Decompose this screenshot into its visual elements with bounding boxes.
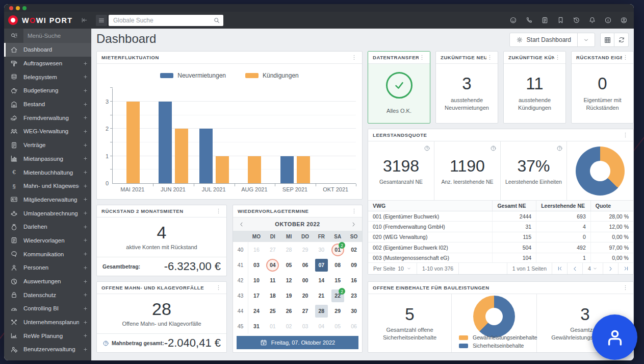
table-row[interactable]: 020 (WEG Verwaltung)11500,00 % bbox=[368, 232, 633, 242]
start-dashboard-button[interactable]: Start Dashboard bbox=[510, 33, 577, 46]
calendar-day[interactable]: 21 bbox=[313, 288, 329, 303]
calendar-day[interactable]: 012 bbox=[329, 242, 346, 257]
expand-plus-icon[interactable] bbox=[79, 224, 91, 230]
table-row[interactable]: 002 (Eigentümer Buchwerk I02)50449297,00… bbox=[368, 242, 633, 253]
notes-icon[interactable] bbox=[541, 16, 549, 24]
sidebar-item-benutzerverwaltung[interactable]: Benutzerverwaltung bbox=[4, 343, 91, 356]
sidebar-item-mahn-und-klagewesen[interactable]: §Mahn- und Klagewesen bbox=[4, 179, 91, 193]
bar[interactable] bbox=[280, 156, 294, 183]
expand-plus-icon[interactable] bbox=[79, 155, 91, 162]
expand-plus-icon[interactable] bbox=[79, 332, 91, 339]
calendar-day[interactable]: 23 bbox=[346, 288, 362, 303]
help-icon[interactable] bbox=[102, 340, 109, 347]
help-icon[interactable] bbox=[556, 144, 563, 154]
account-icon[interactable] bbox=[620, 16, 628, 24]
smiley-icon[interactable] bbox=[509, 16, 517, 24]
expand-plus-icon[interactable] bbox=[79, 251, 91, 257]
expand-plus-icon[interactable] bbox=[79, 196, 91, 203]
calendar-day[interactable]: 28 bbox=[313, 303, 329, 319]
bar[interactable] bbox=[159, 102, 172, 183]
per-page-control[interactable]: Per Seite10 bbox=[368, 263, 417, 274]
expand-plus-icon[interactable] bbox=[79, 74, 91, 80]
calendar-day[interactable]: 01 bbox=[265, 319, 281, 334]
calendar-day[interactable]: 11 bbox=[265, 273, 281, 288]
calendar-day[interactable]: 31 bbox=[248, 319, 265, 334]
calendar-day[interactable]: 17 bbox=[248, 288, 265, 303]
calendar-day[interactable]: 29 bbox=[329, 303, 346, 319]
widget-menu-icon[interactable] bbox=[622, 54, 629, 61]
expand-plus-icon[interactable] bbox=[79, 128, 91, 135]
sidebar-item-mitgliederverwaltung[interactable]: Mitgliederverwaltung bbox=[4, 193, 91, 207]
calendar-day[interactable]: 08 bbox=[329, 257, 346, 273]
sidebar-item-fremdverwaltung[interactable]: Fremdverwaltung bbox=[4, 111, 91, 125]
sidebar-collapse-icon[interactable] bbox=[79, 15, 90, 26]
last-page-button[interactable] bbox=[618, 263, 633, 274]
sidebar-item-vertraege[interactable]: Verträge bbox=[4, 138, 91, 152]
next-month-button[interactable] bbox=[350, 221, 357, 228]
expand-plus-icon[interactable] bbox=[79, 319, 91, 326]
calendar-day[interactable]: 27 bbox=[265, 242, 281, 257]
sidebar-item-weg-verwaltung[interactable]: WEG-Verwaltung bbox=[4, 125, 91, 138]
expand-plus-icon[interactable] bbox=[79, 264, 91, 271]
expand-plus-icon[interactable] bbox=[79, 101, 91, 108]
calendar-day[interactable]: 26 bbox=[281, 303, 297, 319]
widget-menu-icon[interactable] bbox=[351, 208, 357, 214]
expand-plus-icon[interactable] bbox=[79, 169, 91, 176]
calendar-day[interactable]: 04 bbox=[313, 319, 329, 334]
widget-menu-icon[interactable] bbox=[215, 284, 222, 291]
calendar-day[interactable]: 30 bbox=[313, 242, 329, 257]
sidebar-item-rewe-planung[interactable]: ReWe Planung bbox=[4, 329, 91, 343]
calendar-day[interactable]: 03 bbox=[248, 257, 265, 273]
table-row[interactable]: 003 (Mustergenossenschaft eG)10410,00 % bbox=[368, 253, 633, 263]
calendar-day[interactable]: 30 bbox=[346, 303, 362, 319]
bookmark-icon[interactable] bbox=[557, 16, 564, 24]
calendar-day[interactable]: 222 bbox=[329, 288, 346, 303]
expand-plus-icon[interactable] bbox=[79, 305, 91, 312]
phone-icon[interactable] bbox=[525, 16, 533, 24]
calendar-day[interactable]: 03 bbox=[297, 319, 314, 334]
close-window-button[interactable] bbox=[9, 6, 13, 10]
history-icon[interactable] bbox=[573, 16, 580, 24]
bell-icon[interactable] bbox=[588, 16, 596, 24]
first-page-button[interactable] bbox=[552, 263, 567, 274]
previous-month-button[interactable] bbox=[238, 221, 245, 228]
help-icon[interactable] bbox=[424, 144, 430, 154]
sidebar-item-wiedervorlagen[interactable]: Wiedervorlagen bbox=[4, 234, 91, 248]
widget-menu-icon[interactable] bbox=[351, 54, 357, 61]
calendar-day[interactable]: 06 bbox=[346, 319, 362, 334]
calendar-day[interactable]: 00 bbox=[297, 273, 314, 288]
sidebar-item-kommunikation[interactable]: Kommunikation bbox=[4, 247, 91, 261]
expand-plus-icon[interactable] bbox=[79, 87, 91, 94]
sidebar-item-budgetierung[interactable]: Budgetierung bbox=[4, 84, 91, 98]
calendar-day[interactable]: 16 bbox=[248, 242, 265, 257]
next-page-button[interactable] bbox=[603, 263, 618, 274]
calendar-day[interactable]: 18 bbox=[265, 288, 281, 303]
calendar-day[interactable]: 24 bbox=[248, 303, 265, 319]
calendar-day[interactable]: 02 bbox=[281, 319, 297, 334]
calendar-day[interactable]: 25 bbox=[265, 303, 281, 319]
global-search-input[interactable] bbox=[109, 15, 223, 26]
calendar-day[interactable]: 28 bbox=[281, 242, 297, 257]
calendar-selected-date[interactable]: Freitag, 07. Oktober 2022 bbox=[237, 336, 358, 349]
expand-plus-icon[interactable] bbox=[79, 114, 91, 121]
widget-menu-icon[interactable] bbox=[419, 54, 425, 61]
calendar-day[interactable]: 15 bbox=[329, 273, 346, 288]
sidebar-item-belegsystem[interactable]: Belegsystem bbox=[4, 70, 91, 84]
bar[interactable] bbox=[248, 156, 261, 183]
minimize-window-button[interactable] bbox=[16, 6, 20, 10]
column-header[interactable]: Gesamt NE bbox=[493, 201, 536, 211]
calendar-day[interactable]: 14 bbox=[313, 273, 329, 288]
expand-plus-icon[interactable] bbox=[79, 278, 91, 285]
column-header[interactable]: Leerstehende NE bbox=[536, 201, 591, 211]
calendar-day[interactable]: 02 bbox=[346, 242, 362, 257]
sidebar-item-datenschutz[interactable]: Datenschutz bbox=[4, 288, 91, 302]
expand-plus-icon[interactable] bbox=[79, 237, 91, 244]
widget-menu-icon[interactable] bbox=[622, 284, 629, 291]
table-row[interactable]: 001 (Eigentümer Buchwerk)244469328,00 % bbox=[368, 211, 633, 222]
sidebar-item-mietenbuchhaltung[interactable]: €Mietenbuchhaltung bbox=[4, 165, 91, 179]
calendar-day[interactable]: 12 bbox=[281, 273, 297, 288]
calendar-day[interactable]: 05 bbox=[329, 319, 346, 334]
calendar-day[interactable]: 27 bbox=[297, 303, 314, 319]
sidebar-item-personen[interactable]: Personen bbox=[4, 261, 91, 275]
bar[interactable] bbox=[126, 102, 140, 183]
